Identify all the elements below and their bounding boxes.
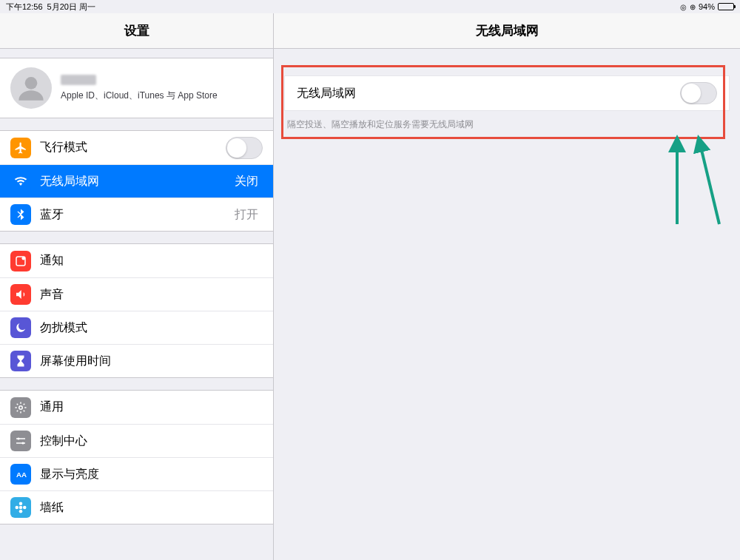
svg-point-2 bbox=[22, 257, 26, 260]
settings-sidebar: 设置 Apple ID、iCloud、iTunes 与 App Store bbox=[0, 13, 274, 560]
sidebar-item-screentime[interactable]: 屏幕使用时间 bbox=[0, 344, 273, 377]
detail-title: 无线局域网 bbox=[274, 13, 740, 49]
wifi-toggle[interactable] bbox=[680, 82, 717, 104]
svg-line-15 bbox=[699, 138, 719, 224]
sidebar-item-value: 关闭 bbox=[235, 174, 258, 189]
sidebar-item-label: 声音 bbox=[40, 287, 263, 303]
sidebar-item-label: 飞行模式 bbox=[40, 140, 217, 155]
profile-subtitle: Apple ID、iCloud、iTunes 与 App Store bbox=[61, 90, 218, 102]
svg-point-10 bbox=[19, 502, 23, 506]
sidebar-item-label: 通知 bbox=[40, 253, 263, 269]
airplane-icon bbox=[10, 138, 31, 158]
sidebar-item-label: 屏幕使用时间 bbox=[40, 354, 263, 369]
svg-rect-5 bbox=[16, 438, 25, 439]
wifi-icon bbox=[10, 171, 31, 192]
sidebar-title: 设置 bbox=[0, 13, 273, 49]
sidebar-item-airplane-mode[interactable]: 飞行模式 bbox=[0, 131, 273, 164]
sidebar-item-label: 墙纸 bbox=[40, 500, 263, 516]
sidebar-item-label: 勿扰模式 bbox=[40, 320, 263, 336]
sidebar-item-general[interactable]: 通用 bbox=[0, 391, 273, 424]
battery-icon bbox=[718, 3, 734, 10]
svg-point-11 bbox=[19, 510, 23, 513]
svg-point-0 bbox=[25, 77, 38, 90]
wifi-toggle-row[interactable]: 无线局域网 bbox=[284, 75, 730, 111]
svg-point-9 bbox=[19, 506, 23, 510]
sidebar-item-dnd[interactable]: 勿扰模式 bbox=[0, 311, 273, 344]
sidebar-item-label: 控制中心 bbox=[40, 434, 263, 449]
sidebar-item-label: 显示与亮度 bbox=[40, 467, 263, 482]
sidebar-item-label: 无线局域网 bbox=[40, 174, 226, 189]
annotation-arrow-2 bbox=[690, 132, 727, 228]
svg-rect-7 bbox=[16, 442, 25, 444]
speaker-icon bbox=[10, 284, 31, 305]
sliders-icon bbox=[10, 431, 31, 451]
svg-text:AA: AA bbox=[16, 470, 27, 479]
annotation-arrow-1 bbox=[666, 132, 688, 228]
status-time: 下午12:56 bbox=[6, 1, 43, 13]
hourglass-icon bbox=[10, 351, 31, 371]
profile-name-blurred bbox=[61, 75, 96, 85]
sidebar-item-wallpaper[interactable]: 墙纸 bbox=[0, 490, 273, 524]
sidebar-item-sounds[interactable]: 声音 bbox=[0, 277, 273, 311]
svg-point-12 bbox=[16, 506, 19, 510]
svg-point-13 bbox=[23, 506, 27, 510]
detail-pane: 无线局域网 无线局域网 隔空投送、隔空播放和定位服务需要无线局域网 bbox=[274, 13, 740, 560]
svg-point-3 bbox=[19, 405, 23, 409]
notifications-icon bbox=[10, 251, 31, 271]
sidebar-item-label: 蓝牙 bbox=[40, 207, 226, 223]
status-date: 5月20日 周一 bbox=[47, 1, 95, 13]
sidebar-item-label: 通用 bbox=[40, 399, 263, 415]
sidebar-item-control-center[interactable]: 控制中心 bbox=[0, 424, 273, 457]
moon-icon bbox=[10, 317, 31, 338]
sidebar-item-display[interactable]: AA 显示与亮度 bbox=[0, 457, 273, 490]
airplane-toggle[interactable] bbox=[226, 137, 263, 159]
status-bar: 下午12:56 5月20日 周一 ◎ ⊕ 94% bbox=[0, 0, 740, 13]
profile-avatar bbox=[10, 67, 52, 109]
alarm-icon: ◎ bbox=[680, 3, 687, 11]
sidebar-item-wifi[interactable]: 无线局域网 关闭 bbox=[0, 164, 273, 198]
profile-section[interactable]: Apple ID、iCloud、iTunes 与 App Store bbox=[0, 58, 273, 118]
wifi-row-label: 无线局域网 bbox=[297, 86, 356, 101]
sidebar-item-value: 打开 bbox=[235, 207, 258, 223]
wifi-footer-text: 隔空投送、隔空播放和定位服务需要无线局域网 bbox=[284, 111, 730, 131]
flower-icon bbox=[10, 497, 31, 518]
sidebar-item-notifications[interactable]: 通知 bbox=[0, 244, 273, 277]
sidebar-item-bluetooth[interactable]: 蓝牙 打开 bbox=[0, 198, 273, 231]
orientation-lock-icon: ⊕ bbox=[690, 3, 696, 11]
battery-percent: 94% bbox=[699, 2, 715, 11]
gear-icon bbox=[10, 397, 31, 418]
bluetooth-icon bbox=[10, 204, 31, 225]
aa-icon: AA bbox=[10, 464, 31, 485]
